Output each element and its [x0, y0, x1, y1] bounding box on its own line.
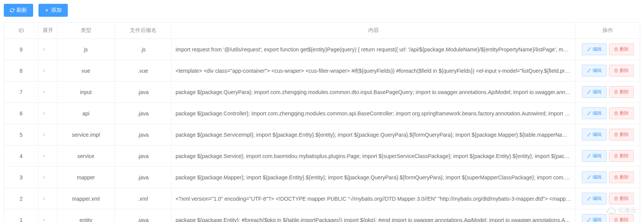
cell-expand[interactable] [38, 209, 58, 222]
cell-ext: .js [115, 39, 172, 60]
edit-button[interactable]: 编辑 [582, 107, 607, 119]
delete-button[interactable]: 删除 [609, 214, 634, 222]
cell-content: <?xml version="1.0" encoding="UTF-8"?> <… [172, 188, 575, 209]
delete-button[interactable]: 删除 [609, 43, 634, 55]
edit-icon [587, 196, 591, 201]
delete-button[interactable]: 删除 [609, 171, 634, 183]
cell-actions: 编辑删除 [575, 145, 640, 167]
edit-button[interactable]: 编辑 [582, 214, 607, 222]
cell-actions: 编辑删除 [575, 167, 640, 188]
edit-button[interactable]: 编辑 [582, 65, 607, 77]
cell-content: package ${package.Mapper}; import ${pack… [172, 167, 575, 188]
edit-button-label: 编辑 [593, 110, 602, 117]
toolbar: 刷新 添加 [4, 4, 640, 17]
cloud-icon [606, 207, 616, 214]
cell-content: package ${package.Controller}; import co… [172, 103, 575, 124]
edit-button[interactable]: 编辑 [582, 129, 607, 141]
edit-button[interactable]: 编辑 [582, 193, 607, 204]
trash-icon [614, 47, 618, 51]
trash-icon [614, 133, 618, 137]
cell-expand[interactable] [38, 145, 58, 167]
edit-button[interactable]: 编辑 [582, 150, 607, 162]
cell-type: mapper [58, 167, 115, 188]
table-row: 9js.jsimport request from '@/utils/reque… [4, 39, 640, 60]
cell-id: 6 [4, 103, 38, 124]
cell-expand[interactable] [38, 167, 58, 188]
delete-button-label: 删除 [620, 195, 629, 202]
cell-type: service.impl [58, 124, 115, 145]
watermark: 亿速云 [606, 206, 636, 214]
edit-button[interactable]: 编辑 [582, 171, 607, 183]
delete-button[interactable]: 删除 [609, 107, 634, 119]
delete-button[interactable]: 删除 [609, 86, 634, 98]
cell-expand[interactable] [38, 124, 58, 145]
header-expand: 展开 [38, 22, 58, 39]
table-row: 5service.impl.javapackage ${package.Serv… [4, 124, 640, 145]
chevron-right-icon [42, 90, 53, 94]
table-row: 8vue.vue<template> <div class="app-conta… [4, 60, 640, 81]
cell-ext: .xml [115, 188, 172, 209]
cell-ext: .java [115, 81, 172, 103]
table-row: 7input.javapackage ${package.QueryPara};… [4, 81, 640, 103]
header-id: ID [4, 22, 38, 39]
edit-icon [587, 90, 591, 94]
edit-button-label: 编辑 [593, 89, 602, 95]
edit-button-label: 编辑 [593, 131, 602, 138]
delete-button[interactable]: 删除 [609, 129, 634, 141]
cell-content: package ${package.QueryPara}; import com… [172, 81, 575, 103]
cell-type: vue [58, 60, 115, 81]
cell-id: 5 [4, 124, 38, 145]
delete-button[interactable]: 删除 [609, 193, 634, 204]
cell-expand[interactable] [38, 81, 58, 103]
cell-type: api [58, 103, 115, 124]
edit-button[interactable]: 编辑 [582, 43, 607, 55]
trash-icon [614, 90, 618, 94]
add-button[interactable]: 添加 [38, 4, 68, 17]
cell-content: package ${package.Entity}; #foreach($pkg… [172, 209, 575, 222]
table-row: 4service.javapackage ${package.Service};… [4, 145, 640, 167]
delete-button[interactable]: 删除 [609, 65, 634, 77]
cell-expand[interactable] [38, 103, 58, 124]
edit-button-label: 编辑 [593, 67, 602, 74]
edit-button-label: 编辑 [593, 217, 602, 222]
plus-icon [45, 8, 49, 13]
header-type: 类型 [58, 22, 115, 39]
cell-content: <template> <div class="app-container"> <… [172, 60, 575, 81]
edit-icon [587, 47, 591, 51]
cell-expand[interactable] [38, 188, 58, 209]
refresh-button-label: 刷新 [16, 7, 27, 14]
chevron-right-icon [42, 112, 53, 115]
add-button-label: 添加 [51, 7, 62, 14]
cell-id: 8 [4, 60, 38, 81]
trash-icon [614, 111, 618, 115]
cell-ext: .java [115, 209, 172, 222]
trash-icon [614, 196, 618, 201]
cell-content: package ${package.Service}; import com.b… [172, 145, 575, 167]
cell-ext: .java [115, 145, 172, 167]
delete-button-label: 删除 [620, 46, 629, 53]
cell-actions: 编辑删除 [575, 81, 640, 103]
cell-expand[interactable] [38, 39, 58, 60]
cell-ext: .java [115, 167, 172, 188]
cell-actions: 编辑删除 [575, 60, 640, 81]
cell-ext: .java [115, 124, 172, 145]
header-actions: 操作 [575, 22, 640, 39]
trash-icon [614, 218, 618, 222]
header-ext: 文件后缀名 [115, 22, 172, 39]
delete-button[interactable]: 删除 [609, 150, 634, 162]
cell-expand[interactable] [38, 60, 58, 81]
cell-ext: .vue [115, 60, 172, 81]
cell-id: 3 [4, 167, 38, 188]
chevron-right-icon [42, 197, 53, 201]
cell-type: input [58, 81, 115, 103]
edit-button[interactable]: 编辑 [582, 86, 607, 98]
edit-icon [587, 154, 591, 158]
cell-id: 2 [4, 188, 38, 209]
refresh-button[interactable]: 刷新 [4, 4, 33, 17]
cell-ext: .java [115, 103, 172, 124]
cell-content: import request from '@/utils/request'; e… [172, 39, 575, 60]
edit-button-label: 编辑 [593, 174, 602, 180]
cell-id: 9 [4, 39, 38, 60]
edit-button-label: 编辑 [593, 46, 602, 53]
cell-actions: 编辑删除 [575, 124, 640, 145]
